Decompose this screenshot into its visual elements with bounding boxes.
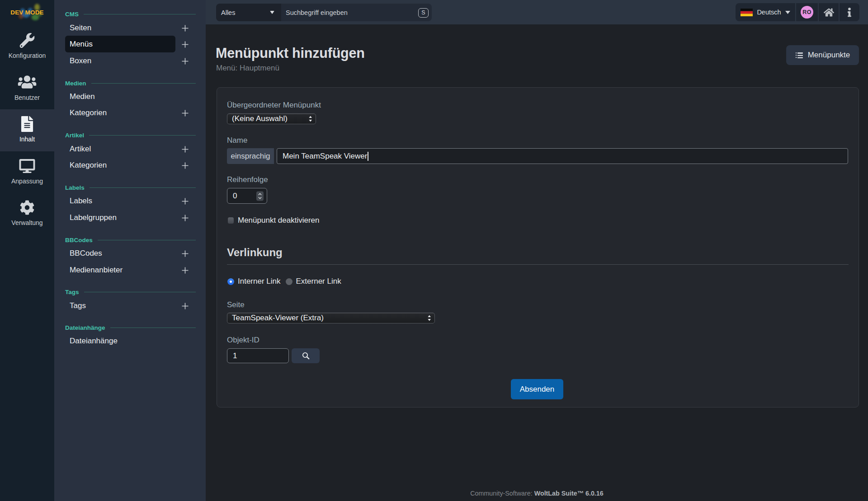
svg-text:DEV MODE: DEV MODE <box>10 9 44 16</box>
